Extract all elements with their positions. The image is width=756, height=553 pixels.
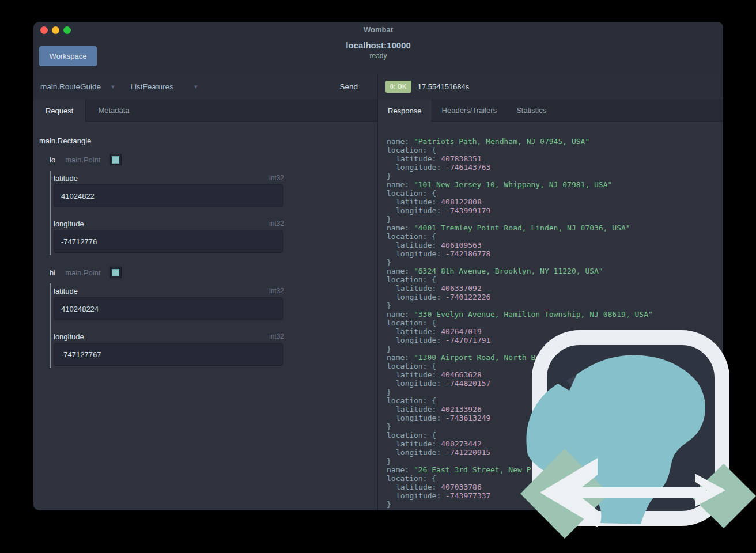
field-type-label: main.Point xyxy=(65,268,100,277)
response-line: latitude: 407838351 xyxy=(387,154,723,163)
desktop: { "window": { "title": "Wombat", "contro… xyxy=(0,0,756,553)
response-line: location: { xyxy=(387,146,723,154)
response-line: location: { xyxy=(387,275,723,284)
response-line: name: "6324 8th Avenue, Brooklyn, NY 112… xyxy=(387,267,723,275)
checkbox-checked-icon xyxy=(112,269,119,276)
field-header-hi: himain.Point xyxy=(50,266,377,279)
response-line: name: "4001 Tremley Point Road, Linden, … xyxy=(387,224,723,232)
response-line: } xyxy=(387,215,723,224)
wombat-logo xyxy=(519,323,756,553)
input-type-label: int32 xyxy=(269,219,284,228)
response-line: latitude: 406109563 xyxy=(387,241,723,249)
tab-response[interactable]: Response xyxy=(378,99,432,122)
window-title: Wombat xyxy=(33,25,723,34)
input-type-label: int32 xyxy=(269,174,284,182)
response-line: } xyxy=(387,172,723,180)
response-line: latitude: 408122808 xyxy=(387,198,723,206)
duration-label: 17.554151684s xyxy=(418,82,470,91)
input-label: latitude xyxy=(54,174,78,183)
input-label: latitude xyxy=(54,287,78,296)
response-line: } xyxy=(387,301,723,310)
tab-headers-trailers[interactable]: Headers/Trailers xyxy=(432,99,507,122)
response-line: name: "330 Evelyn Avenue, Hamilton Towns… xyxy=(387,310,723,319)
service-select[interactable]: main.RouteGuide xyxy=(40,82,101,91)
field-group-lo: lomain.Pointlatitudeint3241024822longitu… xyxy=(33,153,377,255)
input-type-label: int32 xyxy=(269,287,284,295)
request-form: main.Rectangle lomain.Pointlatitudeint32… xyxy=(33,122,377,510)
tab-metadata[interactable]: Metadata xyxy=(86,99,141,122)
tab-request[interactable]: Request xyxy=(33,99,86,122)
field-header-lo: lomain.Point xyxy=(50,153,377,166)
response-line: name: "101 New Jersey 10, Whippany, NJ 0… xyxy=(387,180,723,189)
response-line: } xyxy=(387,258,723,267)
titlebar: Wombat xyxy=(33,22,723,37)
input-label: longitude xyxy=(54,219,84,228)
response-line: longitude: -742186778 xyxy=(387,249,723,258)
lo-latitude-input[interactable]: 41024822 xyxy=(54,184,283,207)
response-line: longitude: -740122226 xyxy=(387,293,723,301)
chevron-down-icon[interactable]: ▾ xyxy=(194,83,198,90)
response-tabbar: ResponseHeaders/TrailersStatistics xyxy=(377,99,723,122)
input-type-label: int32 xyxy=(269,332,284,340)
hi-message-checkbox[interactable] xyxy=(110,267,122,278)
send-button[interactable]: Send xyxy=(339,82,358,91)
hi-longitude-input[interactable]: -747127767 xyxy=(54,343,283,366)
method-select[interactable]: ListFeatures xyxy=(131,82,173,91)
tab-statistics[interactable]: Statistics xyxy=(506,99,556,122)
app-header: Workspace localhost:10000 ready xyxy=(33,37,723,74)
response-line: location: { xyxy=(387,232,723,241)
checkbox-checked-icon xyxy=(112,156,119,164)
field-type-label: main.Point xyxy=(65,156,100,164)
request-toolbar: main.RouteGuide ▾ ListFeatures ▾ Send xyxy=(33,74,377,100)
message-type-label: main.Rectangle xyxy=(39,137,377,145)
input-label: longitude xyxy=(54,332,84,341)
lo-message-checkbox[interactable] xyxy=(110,154,122,165)
field-name-label: hi xyxy=(50,268,55,277)
response-line: location: { xyxy=(387,189,723,198)
response-line: name: "Patriots Path, Mendham, NJ 07945,… xyxy=(387,137,723,146)
connection-status: ready xyxy=(33,52,723,60)
status-badge: 0: OK xyxy=(385,81,411,93)
response-line: longitude: -743999179 xyxy=(387,206,723,215)
field-group-hi: himain.Pointlatitudeint32410248224longit… xyxy=(33,266,377,368)
chevron-down-icon[interactable]: ▾ xyxy=(111,83,115,90)
request-tabbar: RequestMetadata xyxy=(33,99,377,122)
lo-longitude-input[interactable]: -74712776 xyxy=(54,230,283,253)
connection-info: localhost:10000 ready xyxy=(33,40,723,60)
hi-latitude-input[interactable]: 410248224 xyxy=(54,297,283,320)
response-line: latitude: 406337092 xyxy=(387,284,723,293)
response-line: longitude: -746143763 xyxy=(387,163,723,172)
field-name-label: lo xyxy=(50,156,55,164)
target-host: localhost:10000 xyxy=(33,40,723,50)
response-toolbar: 0: OK 17.554151684s xyxy=(377,74,723,100)
